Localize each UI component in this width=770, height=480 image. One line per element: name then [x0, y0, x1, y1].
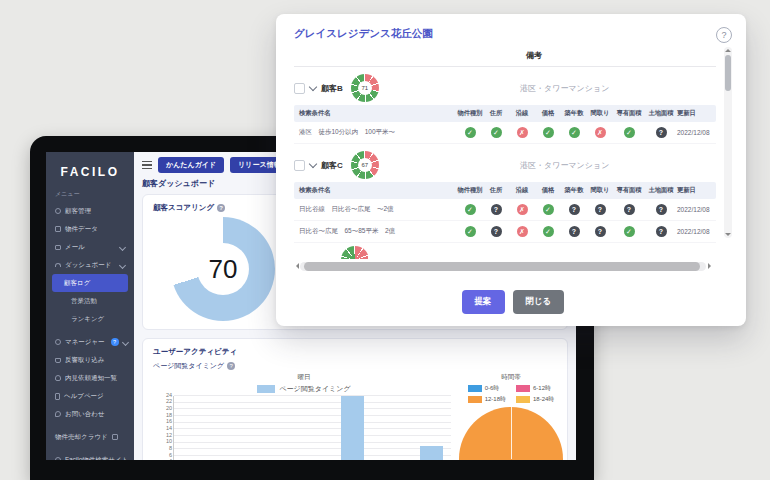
horizontal-scrollbar[interactable]	[300, 262, 706, 271]
y-axis-tick: 14	[166, 426, 172, 432]
chevron-down-icon	[119, 243, 126, 250]
status-unknown-icon: ?	[624, 204, 635, 215]
updated-date: 2022/12/08	[677, 228, 729, 235]
y-axis-tick: 24	[166, 393, 172, 399]
bar-土曜日[interactable]	[420, 446, 443, 460]
customer-remark: 港区・タワーマンション	[520, 83, 609, 94]
status-ok-icon: ✓	[465, 204, 476, 215]
sidebar-item-12[interactable]: 物件売却クラウド	[46, 428, 134, 446]
bar-column-4	[332, 396, 372, 460]
sidebar-item-13[interactable]: Facilo物件検索サイト	[46, 451, 134, 460]
customer-name: 顧客B	[321, 83, 343, 94]
status-no-icon: ✗	[517, 127, 528, 138]
status-ok-icon: ✓	[465, 226, 476, 237]
horizontal-scroll-thumb[interactable]	[304, 262, 700, 271]
activity-card-title: ユーザーアクティビティ	[153, 347, 237, 357]
scroll-up-arrow-icon[interactable]	[725, 46, 731, 52]
bar-木曜日[interactable]	[341, 396, 364, 460]
pie-legend-swatch	[468, 396, 482, 403]
chevron-down-icon[interactable]	[309, 82, 317, 90]
pie-legend-item: 12-18時	[468, 395, 506, 404]
customer-group-顧客B: 顧客B71港区・タワーマンション検索条件名物件種別住所沿線価格築年数間取り専有面…	[294, 72, 716, 144]
sidebar-item-9[interactable]: 内見依頼通知一覧	[46, 369, 134, 387]
hamburger-menu-icon[interactable]	[142, 161, 152, 169]
pie-chart	[459, 407, 563, 460]
user-icon	[55, 208, 61, 214]
sidebar-item-0[interactable]: 顧客管理	[46, 202, 134, 220]
criteria-table-row: 港区 徒歩10分以内 100平米〜✓✓✗✓✓✗✓?2022/12/08	[294, 122, 716, 144]
status-ok-icon: ✓	[624, 226, 635, 237]
vertical-scroll-thumb[interactable]	[725, 55, 731, 91]
propose-button[interactable]: 提案	[462, 290, 505, 314]
chevron-down-icon	[122, 338, 129, 345]
score-donut-chart: 70	[171, 217, 275, 321]
pie-legend-item: 6-12時	[516, 384, 554, 393]
chevron-down-icon[interactable]	[309, 159, 317, 167]
sidebar-item-4[interactable]: 顧客ログ	[52, 274, 128, 292]
bar-column-3	[293, 396, 333, 460]
desktop-background: FACILO メニュー 顧客管理物件データメールダッシュボード顧客ログ営業活動ラ…	[0, 0, 770, 480]
scroll-left-arrow-icon[interactable]	[293, 263, 299, 269]
sidebar-item-label: マネージャー	[65, 338, 105, 347]
customer-checkbox[interactable]	[294, 160, 305, 171]
scoring-card-title: 顧客スコアリング	[153, 203, 214, 213]
proposal-modal: グレイスレジデンス花丘公園 ? 備考 顧客B71港区・タワーマンション検索条件名…	[276, 14, 746, 326]
sidebar-item-6[interactable]: ランキング	[46, 310, 134, 328]
external-link-icon	[112, 434, 118, 440]
sidebar-item-7[interactable]: マネージャー?	[46, 333, 134, 351]
property-name-link[interactable]: グレイスレジデンス花丘公園	[294, 27, 433, 41]
sidebar-item-1[interactable]: 物件データ	[46, 220, 134, 238]
close-button[interactable]: 閉じる	[513, 290, 565, 314]
bars	[174, 396, 451, 460]
pie-legend-label: 6-12時	[533, 384, 551, 393]
help-icon[interactable]: ?	[227, 362, 235, 370]
status-ok-icon: ✓	[465, 127, 476, 138]
y-axis-tick: 12	[166, 433, 172, 439]
status-ok-icon: ✓	[543, 127, 554, 138]
sidebar-item-2[interactable]: メール	[46, 238, 134, 256]
chat-icon	[55, 411, 61, 417]
sidebar-item-11[interactable]: お問い合わせ	[46, 405, 134, 423]
vertical-scrollbar[interactable]	[724, 47, 732, 238]
criteria-table-row: 日比谷〜広尾 65〜85平米 2億✓?✗✓??✓?2022/12/08	[294, 221, 716, 243]
bar-chart-plot: 024681012141618202224	[173, 396, 451, 460]
status-unknown-icon: ?	[595, 204, 606, 215]
sidebar-item-label: 反響取り込み	[65, 356, 104, 365]
bar-legend-label: ページ閲覧タイミング	[279, 384, 350, 394]
status-unknown-icon: ?	[656, 127, 667, 138]
customer-name: 顧客C	[321, 160, 343, 171]
sidebar-item-label: 内見依頼通知一覧	[65, 374, 117, 383]
customer-checkbox[interactable]	[294, 83, 305, 94]
remarks-column-header: 備考	[526, 51, 542, 60]
sidebar-item-3[interactable]: ダッシュボード	[46, 256, 134, 274]
pie-legend-swatch	[516, 385, 530, 392]
status-unknown-icon: ?	[656, 204, 667, 215]
bar-column-1	[214, 396, 254, 460]
sidebar-item-label: 物件売却クラウド	[55, 433, 108, 442]
updated-date: 2022/12/08	[677, 206, 729, 213]
bar-column-0	[174, 396, 214, 460]
y-axis-tick: 22	[166, 399, 172, 405]
help-icon[interactable]: ?	[217, 204, 225, 212]
status-unknown-icon: ?	[569, 226, 580, 237]
status-no-icon: ✗	[595, 127, 606, 138]
user-icon	[55, 339, 61, 345]
sidebar-item-5[interactable]: 営業活動	[46, 292, 134, 310]
scroll-right-arrow-icon[interactable]	[708, 263, 714, 269]
y-axis-tick: 6	[169, 453, 172, 459]
sidebar-item-8[interactable]: 反響取り込み	[46, 351, 134, 369]
pie-legend-swatch	[468, 385, 482, 392]
sidebar-item-10[interactable]: ヘルプページ	[46, 387, 134, 405]
dashboard-icon	[55, 263, 61, 267]
customer-row: 顧客B71港区・タワーマンション	[294, 72, 716, 105]
easy-guide-button[interactable]: かんたんガイド	[158, 157, 224, 173]
modal-help-icon[interactable]: ?	[716, 27, 732, 43]
customer-remark: 港区・タワーマンション	[520, 160, 609, 171]
bar-chart-block: 曜日 ページ閲覧タイミング 024681012141618202224 日曜日月…	[153, 371, 455, 460]
status-ok-icon: ✓	[491, 127, 502, 138]
scroll-down-arrow-icon[interactable]	[725, 233, 731, 239]
status-no-icon: ✗	[517, 226, 528, 237]
sidebar-nav: 顧客管理物件データメールダッシュボード顧客ログ営業活動ランキングマネージャー?反…	[46, 202, 134, 460]
pie-legend-label: 0-6時	[485, 384, 500, 393]
pie-legend-item: 18-24時	[516, 395, 554, 404]
